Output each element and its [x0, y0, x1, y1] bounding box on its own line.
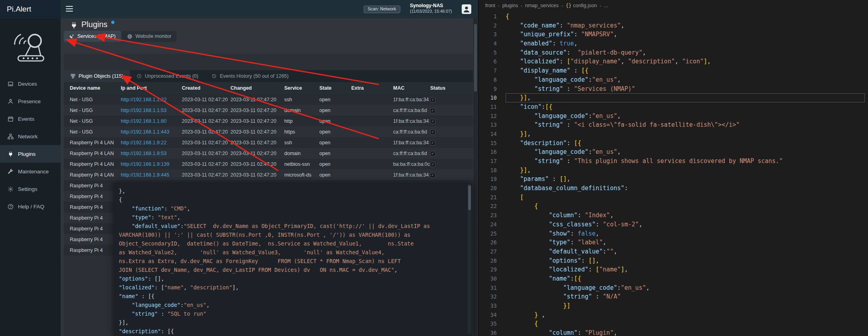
code-line: 19 "params" : [], [478, 175, 868, 184]
status-checkbox[interactable]: ✓ [430, 130, 435, 135]
sql-code-line: "language_code":"en_us", [119, 301, 472, 309]
cell-ip-port: http://192.168.1.9:445 [121, 172, 182, 178]
sidebar-item-network[interactable]: Network [0, 128, 61, 145]
cell-changed: 2023-03-11 02:47:20 [230, 129, 284, 135]
cell-status: ✓ [430, 107, 473, 113]
cell-changed: 2023-03-11 02:47:20 [230, 118, 284, 124]
sidebar-item-presence[interactable]: Presence [0, 92, 61, 110]
ip-port-link[interactable]: http://192.168.1.1:443 [121, 129, 169, 135]
app-brand[interactable]: Pi.Alert [0, 0, 61, 18]
column-header-mac[interactable]: MAC [393, 85, 430, 91]
editor-code[interactable]: 1{2 "code_name": "nmap_services",3 "uniq… [478, 12, 868, 336]
line-content: }], [506, 130, 865, 139]
ip-port-link[interactable]: http://192.168.1.9:445 [121, 172, 169, 178]
cell-service: domain [284, 151, 319, 156]
status-checkbox[interactable]: ✓ [430, 173, 435, 178]
host-name: Synology-NAS [410, 3, 452, 8]
code-line: 15 "description": [{ [478, 139, 868, 148]
ip-port-link[interactable]: http://192.168.1.1:80 [121, 118, 167, 124]
cell-created: 2023-03-11 02:47:20 [182, 161, 230, 167]
overlay-scrollbar[interactable] [468, 184, 471, 334]
subtab-events-history-50-out-of-1265[interactable]: Events History (50 out of 1265) [205, 70, 295, 82]
breadcrumb-separator: › [521, 3, 522, 8]
breadcrumb-item-plugins[interactable]: plugins [502, 3, 518, 8]
status-checkbox[interactable]: ✓ [430, 108, 435, 113]
line-content: [ [506, 193, 865, 202]
sidebar-item-devices[interactable]: Devices [0, 75, 61, 92]
cell-service: https [284, 129, 319, 135]
breadcrumb-item-[interactable]: ... [604, 3, 608, 8]
ip-port-link[interactable]: http://192.168.1.9:139 [121, 161, 169, 167]
ip-port-link[interactable]: http://192.168.1.1:53 [121, 108, 167, 113]
tab-website-monitor[interactable]: Website monitor [122, 31, 177, 42]
cell-service: http [284, 118, 319, 124]
ip-port-link[interactable]: http://192.168.1.9:53 [121, 151, 167, 156]
code-line: 6 "localized": ["display_name", "descrip… [478, 57, 868, 66]
breadcrumb-item-nmap-services[interactable]: nmap_services [525, 3, 559, 8]
line-content: "language_code":"en_us", [506, 283, 865, 293]
braces-icon: {} [566, 3, 571, 8]
network-icon [8, 134, 14, 140]
column-header-service[interactable]: Service [284, 85, 319, 91]
table-row: Raspberry Pi 4 LANhttp://192.168.1.9:532… [64, 148, 473, 159]
user-badge-icon[interactable] [461, 4, 472, 14]
code-line: 25 "show": false, [478, 229, 868, 238]
code-line: 14 }], [478, 130, 868, 139]
cell-status: ✓ [430, 161, 473, 167]
ip-port-link[interactable]: http://192.168.1.9:22 [121, 140, 167, 145]
cell-state: open [319, 161, 351, 167]
sidebar-item-maintenance[interactable]: Maintenance [0, 163, 61, 180]
column-header-ip-and-port[interactable]: Ip and Port [121, 85, 182, 91]
table-row: Raspberry Pi 4 LANhttp://192.168.1.9:139… [64, 159, 473, 169]
column-header-extra[interactable]: Extra [351, 85, 393, 91]
subtab-plugin-objects-115[interactable]: Plugin Objects (115) [64, 70, 130, 82]
sidebar-item-events[interactable]: Events [0, 110, 61, 128]
app-scrollbar-thumb[interactable] [474, 24, 477, 92]
sidebar-item-label: Settings [18, 186, 37, 192]
breadcrumb-item-front[interactable]: front [485, 3, 495, 8]
line-content: "column": "Plugin", [506, 328, 865, 336]
cell-created: 2023-03-11 02:47:20 [182, 172, 230, 178]
code-editor: front›plugins›nmap_services›{}config.jso… [478, 0, 868, 336]
sql-code-line: "name" : [{ [119, 292, 472, 301]
code-line: 35 { [478, 319, 868, 328]
line-number: 34 [478, 310, 497, 320]
column-header-status[interactable]: Status [430, 85, 473, 91]
status-checkbox[interactable]: ✓ [430, 97, 435, 102]
sidebar-item-settings[interactable]: Settings [0, 180, 61, 198]
sidebar-item-help-faq[interactable]: Help / FAQ [0, 198, 61, 215]
plugins-help-dot[interactable] [111, 21, 114, 24]
ip-port-link[interactable]: http://192.168.1.1:22 [121, 97, 167, 102]
status-checkbox[interactable]: ✓ [430, 140, 435, 145]
cell-service: ssh [284, 140, 319, 145]
line-content: "icon":[{ [506, 102, 865, 112]
column-header-state[interactable]: State [319, 85, 351, 91]
cell-created: 2023-03-11 02:47:20 [182, 140, 230, 145]
tab-services-nmap[interactable]: Services (NMAP) [64, 31, 121, 42]
app-scrollbar[interactable] [473, 18, 478, 336]
breadcrumb-item-config-json[interactable]: {}config.json [566, 3, 597, 8]
status-checkbox[interactable]: ✓ [430, 119, 435, 124]
cell-mac: ca:ff:ff:ca:ba:6d [393, 151, 430, 156]
line-content: { [506, 319, 865, 328]
line-number: 15 [478, 139, 497, 148]
cell-status: ✓ [430, 140, 473, 145]
column-header-device-name[interactable]: Device name [70, 85, 121, 91]
column-header-changed[interactable]: Changed [230, 85, 284, 91]
cell-ip-port: http://192.168.1.9:139 [121, 161, 182, 167]
hamburger-icon[interactable] [66, 6, 73, 12]
cell-ip-port: http://192.168.1.1:443 [121, 129, 182, 135]
sql-overlay-code: },{ "function": "CMD", "type": "text", "… [119, 187, 472, 336]
subtab-unprocessed-events-0[interactable]: Unprocessed Events (0) [130, 70, 205, 82]
code-line: 28 "options": [], [478, 256, 868, 265]
code-line: 29 "localized": ["name"], [478, 265, 868, 274]
overlay-scrollbar-thumb[interactable] [468, 185, 471, 210]
line-number: 35 [478, 319, 497, 328]
column-header-created[interactable]: Created [182, 85, 230, 91]
cell-device-name: Net - USG [70, 118, 121, 124]
status-checkbox[interactable]: ✓ [430, 151, 435, 156]
cell-status: ✓ [430, 150, 473, 156]
status-checkbox[interactable]: ✓ [430, 162, 435, 167]
sidebar-item-plugins[interactable]: Plugins [0, 145, 61, 163]
line-content: "options": [], [506, 256, 865, 265]
